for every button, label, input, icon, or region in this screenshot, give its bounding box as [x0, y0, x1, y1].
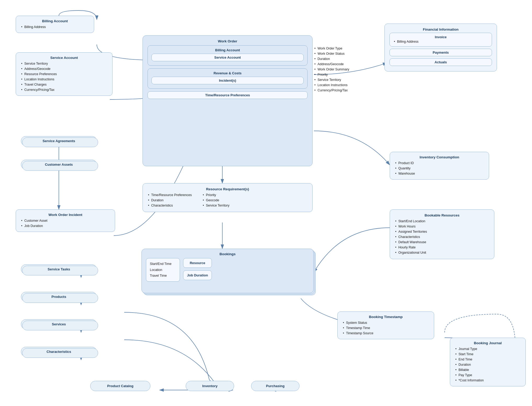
- rr-col1-item-2: Characteristics: [148, 203, 192, 208]
- booking-timestamp-list: System Status Timestamp Time Timestamp S…: [342, 320, 429, 336]
- wo-field-0: Work Order Type: [314, 46, 349, 51]
- bookings-left-box: Start/End Time Location Travel Time: [146, 258, 180, 282]
- rr-col1: Time/Resource Preferences Duration Chara…: [148, 192, 192, 208]
- service-account-title: Service Account: [21, 56, 107, 60]
- products-pill: Products: [21, 292, 97, 302]
- rr-col2-item-0: Priority: [202, 192, 229, 198]
- booking-journal-list: Journal Type Start Time End Time Duratio…: [455, 346, 521, 383]
- service-account-box: Service Account Service Territory Addres…: [16, 52, 112, 96]
- wo-field-7: Location Instructions: [314, 82, 349, 88]
- ic-item-2: Warehouse: [395, 171, 484, 176]
- br-item-6: Organizational Unit: [395, 250, 489, 255]
- bj-item-3: Duration: [455, 362, 521, 367]
- wo-fields-list: Work Order Type Work Order Status Durati…: [314, 46, 349, 93]
- purchasing-pill: Purchasing: [251, 381, 299, 391]
- wo-billing-account-label: Billing Account: [151, 48, 304, 52]
- booking-journal-box: Booking Journal Journal Type Start Time …: [450, 338, 526, 386]
- booking-timestamp-box: Booking Timestamp System Status Timestam…: [337, 312, 434, 339]
- bookings-title: Bookings: [146, 252, 309, 256]
- wo-field-4: Work Order Summary: [314, 67, 349, 72]
- rr-col1-item-0: Time/Resource Preferences: [148, 192, 192, 198]
- bookable-resources-list: Start/End Location Work Hours Assigned T…: [395, 219, 489, 255]
- booking-start-end: Start/End Time: [150, 261, 176, 267]
- work-order-incident-title: Work Order Incident: [21, 213, 110, 217]
- br-item-5: Hourly Rate: [395, 245, 489, 250]
- bookable-resources-box: Bookable Resources Start/End Location Wo…: [390, 209, 494, 259]
- rr-col2: Priority Geocode Service Territory: [202, 192, 229, 208]
- payments-box: Payments: [389, 49, 492, 56]
- sa-item-3: Location Instructions: [21, 77, 107, 82]
- work-order-fields: Work Order Type Work Order Status Durati…: [314, 46, 349, 93]
- br-item-0: Start/End Location: [395, 219, 489, 224]
- inventory-pill: Inventory: [186, 381, 234, 391]
- bookings-resource-box: Resource: [183, 258, 212, 268]
- billing-account-top-box: Billing Account Billing Address: [16, 16, 94, 33]
- work-order-outer-box: Work Order Billing Account Service Accou…: [143, 35, 313, 166]
- work-order-incident-box: Work Order Incident Customer Asset Job D…: [16, 209, 115, 232]
- booking-location: Location: [150, 267, 176, 273]
- rr-col2-item-2: Service Territory: [202, 203, 229, 208]
- sa-item-4: Travel Charges: [21, 82, 107, 87]
- sa-item-1: Address/Geocode: [21, 66, 107, 71]
- br-item-1: Work Hours: [395, 224, 489, 229]
- service-account-list: Service Territory Address/Geocode Resour…: [21, 61, 107, 92]
- work-order-outer-title: Work Order: [148, 39, 308, 43]
- bj-item-5: Pay Type: [455, 372, 521, 378]
- ic-item-0: Product ID: [395, 160, 484, 166]
- wo-field-2: Duration: [314, 56, 349, 62]
- bj-item-6: *Cost Information: [455, 378, 521, 383]
- br-item-4: Default Warehouse: [395, 240, 489, 245]
- inventory-consumption-title: Inventory Consumption: [395, 155, 484, 159]
- booking-travel: Travel Time: [150, 273, 176, 279]
- bt-item-2: Timestamp Source: [342, 331, 429, 336]
- financial-information-box: Financial Information Invoice Billing Ad…: [384, 24, 497, 71]
- booking-timestamp-title: Booking Timestamp: [342, 315, 429, 319]
- inventory-consumption-box: Inventory Consumption Product ID Quantit…: [390, 152, 489, 180]
- bj-item-4: Billable: [455, 367, 521, 372]
- bj-item-2: End Time: [455, 357, 521, 362]
- product-catalog-pill: Product Catalog: [90, 381, 150, 391]
- sa-item-0: Service Territory: [21, 61, 107, 66]
- rr-col1-item-1: Duration: [148, 198, 192, 203]
- bookable-resources-title: Bookable Resources: [395, 213, 489, 217]
- wo-field-3: Address/Geocode: [314, 62, 349, 67]
- bj-item-1: Start Time: [455, 352, 521, 357]
- customer-assets-pill: Customer Assets: [21, 160, 97, 169]
- characteristics-pill: Characteristics: [21, 347, 97, 357]
- services-pill: Services: [21, 319, 97, 329]
- bookings-inner-row: Start/End Time Location Travel Time Reso…: [146, 258, 309, 282]
- financial-information-title: Financial Information: [389, 27, 492, 31]
- wo-incidents-inner: Incident(s): [151, 77, 304, 84]
- br-item-3: Characteristics: [395, 234, 489, 240]
- wo-field-5: Priority: [314, 72, 349, 77]
- invoice-item-0: Billing Address: [393, 39, 488, 44]
- bt-item-1: Timestamp Time: [342, 325, 429, 331]
- ic-item-1: Quantity: [395, 166, 484, 171]
- wo-field-8: Currency/Pricing/Tax: [314, 88, 349, 93]
- diagram-container: Billing Account Billing Address Service …: [0, 0, 532, 406]
- invoice-label: Invoice: [393, 35, 488, 39]
- actuals-box: Actuals: [389, 58, 492, 66]
- resource-requirements-title: Resource Requirement(s): [148, 187, 308, 191]
- rr-col2-item-1: Geocode: [202, 198, 229, 203]
- booking-journal-title: Booking Journal: [455, 341, 521, 345]
- wo-field-6: Service Territory: [314, 77, 349, 82]
- sa-item-2: Resource Preferences: [21, 71, 107, 77]
- invoice-list: Billing Address: [393, 39, 488, 44]
- wo-service-account-inner: Service Account: [151, 54, 304, 61]
- service-tasks-pill: Service Tasks: [21, 264, 97, 274]
- wo-field-1: Work Order Status: [314, 51, 349, 56]
- work-order-incident-list: Customer Asset Job Duration: [21, 218, 110, 229]
- bookings-outer-box: Bookings Start/End Time Location Travel …: [142, 249, 314, 293]
- wo-time-resource-inner: Time/Resource Preferences: [148, 91, 308, 99]
- bj-item-0: Journal Type: [455, 346, 521, 352]
- woi-item-1: Job Duration: [21, 223, 110, 229]
- wo-revenue-costs-label: Revenue & Costs: [151, 71, 304, 75]
- bt-item-0: System Status: [342, 320, 429, 325]
- resource-requirements-box: Resource Requirement(s) Time/Resource Pr…: [143, 183, 313, 212]
- inventory-consumption-list: Product ID Quantity Warehouse: [395, 160, 484, 176]
- billing-account-top-title: Billing Account: [21, 19, 89, 23]
- bookings-job-duration-box: Job Duration: [183, 270, 212, 280]
- billing-account-top-list: Billing Address: [21, 24, 89, 30]
- billing-account-top-item-0: Billing Address: [21, 24, 89, 30]
